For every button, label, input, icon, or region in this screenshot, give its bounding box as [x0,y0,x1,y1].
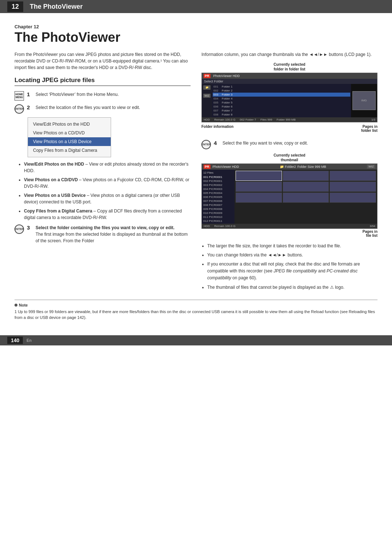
note-text: 1 Up to 999 files or 99 folders are view… [15,309,377,321]
step-3-row: ENTER 3 Select the folder containing the… [15,224,191,244]
file-wiz-icon: WIZ [367,165,375,169]
header-title: The PhotoViewer [30,3,83,11]
menu-item-hdd: View/Edit Photos on the HDD [28,120,111,129]
menu-item-cd: View Photos on a CD/DVD [28,129,111,137]
step-4-text: Select the file you want to view, copy o… [222,140,377,146]
language-label: En [26,338,31,343]
enter-icon-step2: ENTER [15,104,24,114]
folder-row-3: 003Folder 3 [213,93,350,97]
right-intro-text: Information column, you can change thumb… [201,51,377,58]
file-row-005: 005 PICR0004 [203,191,234,195]
right-column: Information column, you can change thumb… [201,51,377,293]
folder-row-2: 002Folder 2 [213,89,350,93]
step-2-text: Select the location of the files you wan… [36,104,191,111]
bottom-folder-info: 002 Folder 7 [240,118,256,121]
bullet-usb: View Photos on a USB Device – View photo… [24,192,191,205]
bullet-hdd: View/Edit Photos on the HDD – View or ed… [24,161,191,174]
file-row-006: 006 PICR0005 [203,195,234,199]
file-pr-logo: PR [204,165,211,169]
total-files-label: 12 Files [203,170,234,175]
enter-icon-step4: ENTER [201,140,211,149]
main-content: Chapter 12 The PhotoViewer From the Phot… [0,13,392,328]
folder-screen-annotations-bottom: Folder information Pages infolder list [201,125,377,133]
file-screen-titlebar: PR PhotoViewer HDD 📁 Folder2 Folder Size… [202,164,377,170]
annotation-pages-folder: Pages infolder list [361,125,377,133]
annotation-currently-selected-thumb: Currently selectedthumbnail [274,153,305,162]
file-folder-size: Folder Size 999 MB [297,165,326,169]
right-bullet-list: The larger the file size, the longer it … [201,243,377,291]
folder-row-8: 008Folder 8 [213,113,350,117]
file-bottom-remain: Remain 100.0 G [214,224,235,228]
enter-icon-step3: ENTER [15,224,24,234]
location-menu-screenshot: View/Edit Photos on the HDD View Photos … [28,117,111,157]
chapter-heading: The PhotoViewer [15,30,377,45]
right-bullet-2: You can change folders via the ◄◄/►► but… [207,252,377,259]
right-bullet-3: If you encounter a disc that will not pl… [207,261,377,282]
folder-screen-titlebar: PR PhotoViewer HDD [202,73,377,79]
folder-thumbnail: IMG [352,91,376,110]
bottom-folder-size: Folder 999 MB [277,118,295,121]
left-column: From the PhotoViewer you can view JPEG p… [15,51,191,293]
feature-bullet-list: View/Edit Photos on the HDD – View or ed… [18,161,191,221]
thumb-1 [236,171,282,181]
annotation-pages-file: Pages infile list [363,230,377,238]
file-row-001: 001 PICR0001 [203,175,234,179]
thumb-7 [236,193,282,203]
menu-item-usb: View Photos on a USB Device [28,137,111,146]
file-row-011: 011 PICR0010 [203,215,234,219]
file-screen-title: PhotoViewer HDD [213,165,239,169]
folder-row-1: 001Folder 1 [213,85,350,89]
file-bottom-pages: 3/94 [369,224,375,228]
thumb-9 [330,193,376,203]
thumb-2 [283,171,329,181]
folder-row-6: 006Folder 6 [213,105,350,109]
folder-screen-content: 📁 WIZ 001Folder 1 002Folder 2 003Folder … [202,84,377,117]
file-row-004: 004 PICR0003 [203,187,234,191]
folder-row-5: 005Folder 5 [213,101,350,105]
folder-screen-bottom: HDD Remain 100.0 G 002 Folder 7 Files 99… [202,117,377,122]
bottom-bar: 140 En [0,335,392,345]
folder-row-7: 007Folder 7 [213,109,350,113]
file-thumbnail-area [234,170,377,224]
folder-icon: 📁 [203,85,211,90]
file-row-009: 009 PICR0008 [203,207,234,211]
step-3-num: 3 [27,224,33,231]
folder-list: 001Folder 1 002Folder 2 003Folder 3 004F… [212,84,351,117]
step-1-text: Select ‘PhotoViewer’ from the Home Menu. [36,91,191,98]
bullet-cd: View Photos on a CD/DVD – View photos on… [24,177,191,190]
step-1-row: HOMEMENU 1 Select ‘PhotoViewer’ from the… [15,91,191,101]
pr-logo: PR [204,74,211,78]
folder-ui-screen: PR PhotoViewer HDD Select Folder 📁 WIZ [201,73,377,124]
notes-section: Note 1 Up to 999 files or 99 folders are… [15,300,377,321]
file-screen-bottom: HDD Remain 100.0 G 3/94 [202,224,377,228]
left-intro-text: From the PhotoViewer you can view JPEG p… [15,51,191,71]
folder-row-4: 004Folder 4 [213,97,350,101]
file-row-007: 007 PICR0006 [203,199,234,203]
step-3-text: Select the folder containing the files y… [36,224,191,244]
step-4-num: 4 [214,140,220,146]
two-column-layout: From the PhotoViewer you can view JPEG p… [15,51,377,293]
bottom-remain-label: Remain 100.0 G [214,118,235,121]
file-row-008: 008 PICR0007 [203,203,234,207]
home-menu-icon: HOMEMENU [15,91,24,101]
bottom-pages-folder: 1/3 [371,118,375,121]
file-bottom-hdd: HDD [204,224,210,228]
thumb-5 [283,182,329,192]
file-row-012: 012 PICR0011 [203,219,234,223]
top-header-bar: 12 The PhotoViewer [0,0,392,13]
folder-screen-section: Currently selectedfolder in folder list … [201,62,377,133]
right-bullet-1: The larger the file size, the longer it … [207,243,377,250]
folder-screen-title: PhotoViewer HDD [213,74,240,78]
file-screen-folder-info: 📁 Folder2 Folder Size 999 MB [280,165,326,169]
chapter-label: Chapter 12 [15,24,377,29]
note-label: Note [15,303,377,307]
step-2-row: ENTER 2 Select the location of the files… [15,104,191,114]
note-icon [15,304,17,307]
file-screen-sidebar: 12 Files 001 PICR0001 002 PICR0001 003 P… [202,170,234,224]
thumb-8 [283,193,329,203]
annotation-folder-info: Folder information [201,125,233,133]
right-bullet-4: The thumbnail of files that cannot be pl… [207,284,377,291]
file-row-010: 010 PICR0009 [203,211,234,215]
bottom-files-count: Files 999 [261,118,272,121]
select-folder-label: Select Folder [202,79,377,84]
